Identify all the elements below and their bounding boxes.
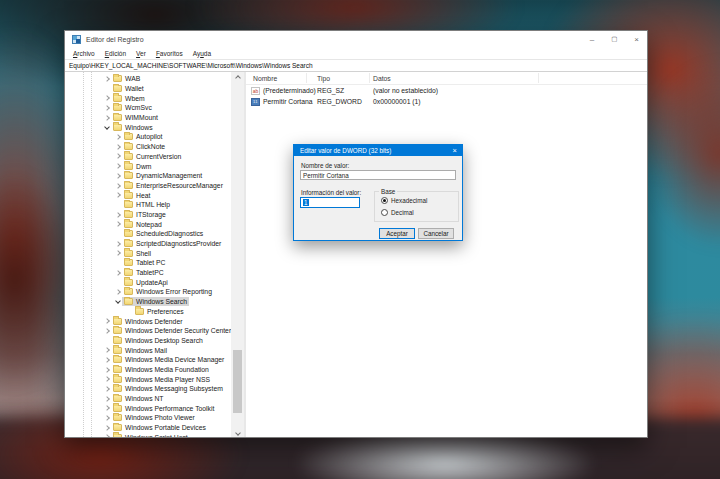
tree-item[interactable]: TabletPC [65, 268, 231, 278]
tree-item[interactable]: Dwm [65, 161, 231, 171]
expander-collapsed-icon[interactable] [114, 239, 122, 248]
tree-node[interactable]: Autopilot [122, 132, 164, 141]
value-row[interactable]: ab(Predeterminado)REG_SZ(valor no establ… [246, 85, 647, 96]
tree-node[interactable]: Windows Portable Devices [111, 423, 208, 432]
radio-unselected-icon[interactable] [381, 209, 388, 216]
value-data-field[interactable]: 1 [300, 197, 360, 208]
tree-node[interactable]: Windows Messaging Subsystem [111, 384, 225, 393]
column-separator[interactable] [369, 73, 370, 83]
address-bar[interactable]: Equipo\HKEY_LOCAL_MACHINE\SOFTWARE\Micro… [65, 59, 647, 72]
tree-node[interactable]: ScheduledDiagnostics [122, 229, 205, 238]
tree-node[interactable]: Shell [122, 249, 153, 258]
tree-item[interactable]: Windows Media Player NSS [65, 374, 231, 384]
expander-collapsed-icon[interactable] [103, 355, 111, 364]
tree-item[interactable]: ScriptedDiagnosticsProvider [65, 239, 231, 249]
expander-collapsed-icon[interactable] [103, 74, 111, 83]
tree-node[interactable]: Windows Error Reporting [122, 287, 214, 296]
tree-item[interactable]: Shell [65, 248, 231, 258]
tree-node[interactable]: ScriptedDiagnosticsProvider [122, 239, 223, 248]
expander-collapsed-icon[interactable] [103, 317, 111, 326]
expander-collapsed-icon[interactable] [114, 171, 122, 180]
tree-item[interactable]: Windows [65, 122, 231, 132]
tree-node[interactable]: Notepad [122, 220, 164, 229]
tree-item[interactable]: WAB [65, 74, 231, 84]
expander-collapsed-icon[interactable] [114, 287, 122, 296]
tree-item[interactable]: WIMMount [65, 113, 231, 123]
expander-collapsed-icon[interactable] [114, 220, 122, 229]
tree-item[interactable]: Windows Media Device Manager [65, 355, 231, 365]
column-header-tipo[interactable]: Tipo [317, 75, 330, 82]
tree-node[interactable]: DynamicManagement [122, 171, 204, 180]
tree-item[interactable]: Windows Script Host [65, 432, 231, 437]
tree-item[interactable]: Wallet [65, 84, 231, 94]
radio-selected-icon[interactable] [381, 197, 388, 204]
tree-node[interactable]: Windows Script Host [111, 433, 190, 437]
tree-node[interactable]: Windows NT [111, 394, 166, 403]
column-header-datos[interactable]: Datos [373, 75, 391, 82]
tree-node[interactable]: Preferences [133, 307, 186, 316]
maximize-icon[interactable]: ▢ [611, 36, 617, 43]
tree-node[interactable]: Windows [111, 123, 155, 132]
tree-item[interactable]: ScheduledDiagnostics [65, 229, 231, 239]
tree-node[interactable]: Windows Defender Security Center [111, 326, 231, 335]
tree-item[interactable]: Autopilot [65, 132, 231, 142]
menu-item-ver[interactable]: Ver [136, 50, 146, 57]
tree-node[interactable]: Windows Search [122, 297, 189, 306]
tree-item[interactable]: Windows Desktop Search [65, 336, 231, 346]
tree-node[interactable]: ITStorage [122, 210, 168, 219]
tree-node[interactable]: Windows Media Foundation [111, 365, 211, 374]
expander-collapsed-icon[interactable] [103, 423, 111, 432]
expander-collapsed-icon[interactable] [103, 346, 111, 355]
tree-node[interactable]: ClickNote [122, 142, 167, 151]
tree-node[interactable]: Windows Performance Toolkit [111, 404, 216, 413]
expander-collapsed-icon[interactable] [103, 113, 111, 122]
menu-item-favoritos[interactable]: Favoritos [156, 50, 183, 57]
expander-collapsed-icon[interactable] [114, 191, 122, 200]
tree-item[interactable]: Windows Defender Security Center [65, 326, 231, 336]
value-name-field[interactable]: Permitir Cortana [300, 170, 456, 180]
expander-collapsed-icon[interactable] [114, 268, 122, 277]
expander-collapsed-icon[interactable] [103, 413, 111, 422]
tree-node[interactable]: Wbem [111, 94, 147, 103]
tree-item[interactable]: Windows Performance Toolkit [65, 403, 231, 413]
expander-collapsed-icon[interactable] [103, 394, 111, 403]
close-icon[interactable]: × [634, 36, 639, 44]
value-row[interactable]: 11Permitir CortanaREG_DWORD0x00000001 (1… [246, 96, 647, 107]
tree-node[interactable]: WcmSvc [111, 103, 154, 112]
tree-node[interactable]: WAB [111, 74, 142, 83]
expander-collapsed-icon[interactable] [114, 210, 122, 219]
tree-node[interactable]: Windows Photo Viewer [111, 413, 197, 422]
radio-hexadecimal[interactable]: Hexadecimal [381, 197, 427, 204]
expander-collapsed-icon[interactable] [103, 94, 111, 103]
tree-node[interactable]: Windows Mail [111, 346, 169, 355]
expander-collapsed-icon[interactable] [103, 103, 111, 112]
tree-item[interactable]: Windows Mail [65, 345, 231, 355]
tree-item[interactable]: Windows Messaging Subsystem [65, 384, 231, 394]
expander-collapsed-icon[interactable] [114, 181, 122, 190]
expander-expanded-icon[interactable] [114, 297, 122, 306]
expander-expanded-icon[interactable] [103, 123, 111, 132]
tree-item[interactable]: Wbem [65, 93, 231, 103]
tree-node[interactable]: Windows Desktop Search [111, 336, 205, 345]
tree-item[interactable]: Windows Defender [65, 316, 231, 326]
tree-item[interactable]: EnterpriseResourceManager [65, 181, 231, 191]
tree-item[interactable]: Windows Search [65, 297, 231, 307]
tree-node[interactable]: Heat [122, 191, 152, 200]
tree-item[interactable]: Windows NT [65, 394, 231, 404]
tree-node[interactable]: Dwm [122, 162, 153, 171]
tree-item[interactable]: Preferences [65, 307, 231, 317]
tree-node[interactable]: TabletPC [122, 268, 166, 277]
tree-item[interactable]: Heat [65, 190, 231, 200]
tree-item[interactable]: Windows Photo Viewer [65, 413, 231, 423]
tree-node[interactable]: Windows Defender [111, 317, 184, 326]
tree-item[interactable]: Tablet PC [65, 258, 231, 268]
tree-item[interactable]: HTML Help [65, 200, 231, 210]
minimize-icon[interactable]: – [590, 36, 594, 44]
expander-collapsed-icon[interactable] [114, 162, 122, 171]
dialog-close-icon[interactable]: × [453, 146, 457, 155]
tree-scrollbar[interactable] [231, 72, 244, 437]
expander-collapsed-icon[interactable] [103, 326, 111, 335]
accept-button[interactable]: Aceptar [379, 228, 415, 239]
expander-collapsed-icon[interactable] [103, 404, 111, 413]
title-bar[interactable]: Editor del Registro – ▢ × [65, 31, 647, 48]
